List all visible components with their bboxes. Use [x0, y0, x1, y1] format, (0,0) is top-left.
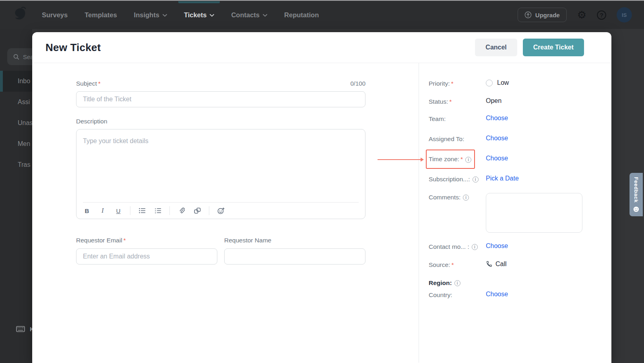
emoji-icon[interactable]: [217, 207, 225, 215]
nav-item-surveys[interactable]: Surveys: [42, 2, 68, 28]
ticket-form-pane: Subject* 0/100 Description Type your tic…: [32, 63, 419, 363]
keyboard-icon: [16, 326, 25, 332]
prop-row-team: Team:Choose: [429, 115, 611, 124]
underline-icon[interactable]: U: [114, 207, 122, 215]
search-label: Sea: [23, 53, 32, 60]
ticket-properties-pane: Priority:*LowStatus:*OpenTeam:ChooseAssi…: [419, 63, 611, 363]
comments-textarea[interactable]: [486, 193, 582, 233]
toolbar-divider: [130, 206, 130, 215]
feedback-label: Feedback: [633, 177, 639, 203]
nav-item-label: Contacts: [231, 11, 260, 19]
prop-row-contact-mode: Contact mo... :iChoose: [429, 242, 611, 252]
settings-gear-icon[interactable]: ⚙: [577, 10, 586, 20]
help-icon[interactable]: ?: [597, 10, 606, 20]
toolbar-divider: [169, 206, 170, 215]
modal-body: Subject* 0/100 Description Type your tic…: [32, 63, 611, 363]
required-asterisk: *: [451, 80, 454, 87]
sidebar-item-assi[interactable]: Assi: [0, 92, 32, 113]
italic-icon[interactable]: I: [99, 207, 107, 215]
description-editor[interactable]: Type your ticket details BIU: [76, 129, 365, 219]
country-label: Country:: [429, 291, 486, 299]
requestor-name-input[interactable]: [224, 248, 365, 265]
description-label: Description: [76, 118, 419, 125]
nav-item-templates[interactable]: Templates: [85, 2, 117, 28]
sidebar-item-tras[interactable]: Tras: [0, 154, 32, 175]
nav-item-insights[interactable]: Insights: [134, 2, 167, 28]
time-zone-value: Choose: [486, 155, 508, 162]
time-zone-label: Time zone:*i: [429, 155, 486, 163]
info-icon[interactable]: i: [472, 244, 478, 250]
nav-item-label: Insights: [134, 11, 159, 19]
keyboard-shortcuts-hint[interactable]: K: [16, 326, 32, 332]
sidebar-item-men[interactable]: Men: [0, 133, 32, 154]
required-asterisk: *: [460, 156, 463, 162]
subject-label: Subject*: [76, 80, 101, 87]
nav-item-contacts[interactable]: Contacts: [231, 2, 267, 28]
priority-radio[interactable]: [486, 80, 493, 86]
ordered-list-icon[interactable]: [154, 207, 162, 215]
priority-value: Low: [486, 79, 509, 86]
toolbar-divider: [209, 206, 209, 215]
attachment-icon[interactable]: [178, 207, 186, 215]
annotation-arrow: [378, 159, 421, 160]
requestor-email-input[interactable]: [76, 248, 217, 265]
nav-item-label: Reputation: [284, 11, 319, 19]
prop-row-priority: Priority:*Low: [429, 79, 611, 89]
nav-right-cluster: Upgrade ⚙ ? IS: [518, 7, 632, 23]
info-icon[interactable]: i: [465, 157, 471, 163]
prop-row-region: Region:i: [429, 279, 611, 288]
team-label: Team:: [429, 115, 486, 123]
prop-label-text: Contact mo... :: [429, 243, 469, 250]
rocket-icon: [524, 11, 532, 18]
modal-header: New Ticket Cancel Create Ticket: [32, 32, 611, 63]
unordered-list-icon[interactable]: [138, 207, 146, 215]
link-icon[interactable]: [193, 207, 201, 215]
user-avatar[interactable]: IS: [617, 7, 632, 23]
cancel-button[interactable]: Cancel: [475, 39, 517, 56]
sidebar-search-input[interactable]: Sea: [7, 48, 32, 65]
contact-mode-choose-link[interactable]: Choose: [486, 242, 508, 250]
country-choose-link[interactable]: Choose: [486, 291, 508, 298]
subscription-choose-link[interactable]: Pick a Date: [486, 175, 519, 182]
tickets-sidebar: Sea InboAssiUnasMenTras K: [0, 29, 32, 363]
feedback-tab[interactable]: Feedback: [630, 173, 643, 216]
prop-row-time-zone: Time zone:*iChoose: [429, 155, 611, 164]
info-icon[interactable]: i: [454, 280, 460, 286]
prop-label-text: Subscription...:: [429, 176, 470, 183]
info-icon[interactable]: i: [473, 176, 479, 183]
nav-item-tickets[interactable]: Tickets: [184, 2, 215, 28]
subject-input[interactable]: [76, 91, 365, 107]
chevron-down-icon: [263, 14, 267, 17]
prop-row-country: Country:Choose: [429, 291, 611, 300]
team-choose-link[interactable]: Choose: [486, 115, 508, 122]
assigned-to-label: Assigned To:: [429, 135, 486, 143]
nav-item-label: Templates: [85, 11, 117, 19]
smiley-icon: [633, 206, 639, 212]
prop-label-text: Priority:: [429, 80, 450, 87]
time-zone-choose-link[interactable]: Choose: [486, 155, 508, 162]
bold-icon[interactable]: B: [83, 207, 91, 215]
nav-item-reputation[interactable]: Reputation: [284, 2, 319, 28]
sidebar-item-inbo[interactable]: Inbo: [0, 71, 32, 92]
requestor-name-label: Requestor Name: [224, 237, 271, 244]
upgrade-button[interactable]: Upgrade: [518, 8, 567, 22]
prop-row-subscription: Subscription...:iPick a Date: [429, 175, 611, 185]
chevron-down-icon: [210, 14, 214, 17]
prop-label-text: Team:: [429, 115, 446, 123]
comments-value: [486, 193, 582, 233]
assigned-to-value: Choose: [486, 135, 508, 142]
info-icon[interactable]: i: [463, 195, 469, 201]
assigned-to-choose-link[interactable]: Choose: [486, 135, 508, 142]
requestor-email-label: Requestor Email*: [76, 237, 126, 244]
modal-title: New Ticket: [45, 41, 101, 54]
upgrade-label: Upgrade: [535, 12, 560, 18]
contact-mode-value: Choose: [486, 242, 508, 250]
app-logo-bird-icon[interactable]: [12, 6, 28, 24]
contact-mode-label: Contact mo... :i: [429, 242, 486, 250]
create-ticket-button[interactable]: Create Ticket: [523, 39, 584, 56]
status-label: Status:*: [429, 97, 486, 105]
region-label: Region:i: [429, 279, 486, 287]
nav-item-label: Tickets: [184, 11, 207, 19]
sidebar-item-unas[interactable]: Unas: [0, 113, 32, 133]
prop-label-text: Source:: [429, 261, 450, 269]
